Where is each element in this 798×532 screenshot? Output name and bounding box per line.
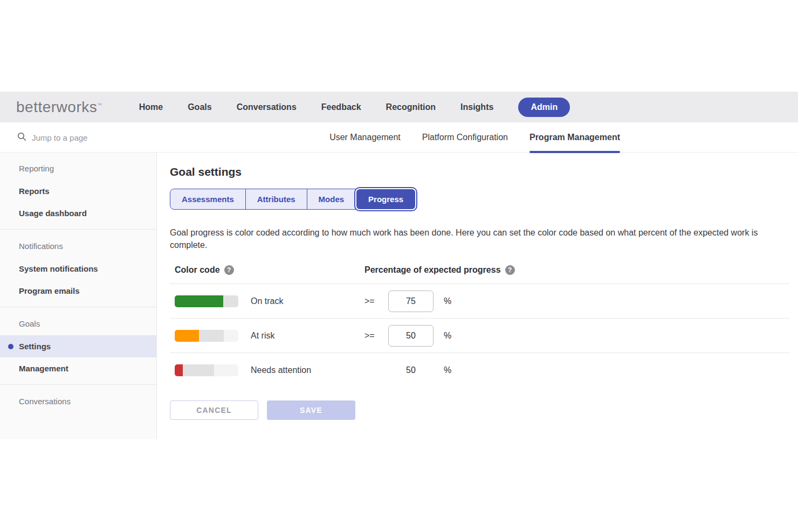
sidebar-divider bbox=[0, 384, 156, 385]
thresholds-table: Color code ? Percentage of expected prog… bbox=[170, 265, 789, 387]
top-nav: Home Goals Conversations Feedback Recogn… bbox=[139, 98, 570, 117]
percent-unit: % bbox=[434, 331, 467, 341]
at-risk-percent-input[interactable] bbox=[388, 325, 434, 347]
search-icon bbox=[17, 132, 26, 143]
logo-text: betterworks bbox=[16, 99, 97, 115]
progress-description: Goal progress is color coded according t… bbox=[170, 226, 787, 251]
admin-section-tabs: User Management Platform Configuration P… bbox=[329, 122, 620, 153]
table-row: On track >= % bbox=[170, 284, 789, 318]
sidebar: Reporting Reports Usage dashboard Notifi… bbox=[0, 153, 157, 439]
bar-colored-segment bbox=[175, 295, 223, 307]
operator: >= bbox=[364, 296, 388, 306]
table-header: Color code ? Percentage of expected prog… bbox=[170, 265, 789, 284]
bar-gray-segment bbox=[183, 364, 214, 376]
table-row: At risk >= % bbox=[170, 318, 789, 353]
on-track-percent-input[interactable] bbox=[388, 291, 434, 312]
percent-unit: % bbox=[434, 296, 467, 306]
goal-settings-tabs: Assessments Attributes Modes Progress bbox=[170, 189, 416, 210]
at-risk-color-bar bbox=[175, 330, 238, 342]
sidebar-section-reporting: Reporting bbox=[0, 157, 156, 180]
bar-gray-segment bbox=[199, 330, 224, 342]
sidebar-divider bbox=[0, 307, 156, 307]
sidebar-section-conversations: Conversations bbox=[0, 390, 156, 413]
row-label-needs-attention: Needs attention bbox=[251, 365, 364, 375]
nav-feedback[interactable]: Feedback bbox=[321, 102, 361, 112]
nav-admin-pill[interactable]: Admin bbox=[518, 98, 570, 117]
bar-gray-segment bbox=[223, 295, 238, 307]
column-percentage: Percentage of expected progress ? bbox=[364, 265, 789, 275]
sidebar-item-program-emails[interactable]: Program emails bbox=[0, 280, 156, 302]
tab-platform-configuration[interactable]: Platform Configuration bbox=[422, 122, 508, 153]
form-actions: CANCEL SAVE bbox=[170, 400, 789, 420]
nav-recognition[interactable]: Recognition bbox=[386, 102, 436, 112]
tab-modes[interactable]: Modes bbox=[307, 189, 356, 209]
needs-attention-percent-value: 50 bbox=[388, 365, 434, 375]
table-row: Needs attention 50 % bbox=[170, 353, 789, 387]
app-header: betterworks™ Home Goals Conversations Fe… bbox=[0, 92, 798, 122]
nav-insights[interactable]: Insights bbox=[460, 102, 493, 112]
needs-attention-color-bar bbox=[175, 364, 238, 376]
percentage-help-icon[interactable]: ? bbox=[505, 265, 515, 275]
tab-assessments[interactable]: Assessments bbox=[170, 189, 246, 209]
main-content: Goal settings Assessments Attributes Mod… bbox=[157, 153, 798, 420]
page-title: Goal settings bbox=[170, 165, 789, 178]
active-dot bbox=[8, 344, 13, 349]
sidebar-item-usage-dashboard[interactable]: Usage dashboard bbox=[0, 202, 156, 224]
sidebar-item-management[interactable]: Management bbox=[0, 357, 156, 379]
nav-conversations[interactable]: Conversations bbox=[237, 102, 297, 112]
tab-progress[interactable]: Progress bbox=[355, 188, 416, 210]
tab-program-management[interactable]: Program Management bbox=[529, 122, 620, 153]
betterworks-logo[interactable]: betterworks™ bbox=[16, 99, 102, 116]
on-track-color-bar bbox=[175, 295, 238, 307]
sidebar-item-settings[interactable]: Settings bbox=[0, 335, 156, 357]
row-label-on-track: On track bbox=[251, 296, 364, 306]
bar-colored-segment bbox=[175, 330, 199, 342]
trademark: ™ bbox=[97, 102, 102, 107]
search-placeholder: Jump to a page bbox=[32, 133, 87, 142]
percent-unit: % bbox=[434, 365, 467, 375]
column-color-code: Color code ? bbox=[175, 265, 364, 275]
bar-colored-segment bbox=[175, 364, 183, 376]
sub-header: Jump to a page User Management Platform … bbox=[0, 122, 798, 153]
operator: >= bbox=[364, 331, 388, 341]
sidebar-section-notifications: Notifications bbox=[0, 234, 156, 258]
sidebar-section-goals: Goals bbox=[0, 312, 156, 335]
nav-goals[interactable]: Goals bbox=[188, 102, 211, 112]
tab-user-management[interactable]: User Management bbox=[329, 122, 401, 153]
save-button[interactable]: SAVE bbox=[267, 400, 355, 420]
row-label-at-risk: At risk bbox=[251, 331, 364, 341]
sidebar-divider bbox=[0, 229, 156, 230]
nav-home[interactable]: Home bbox=[139, 102, 163, 112]
tab-attributes[interactable]: Attributes bbox=[246, 189, 307, 209]
screen: betterworks™ Home Goals Conversations Fe… bbox=[0, 0, 798, 532]
jump-to-page-search[interactable]: Jump to a page bbox=[17, 122, 87, 153]
color-code-help-icon[interactable]: ? bbox=[224, 265, 234, 275]
bar-light-segment bbox=[224, 330, 238, 342]
sidebar-item-system-notifications[interactable]: System notifications bbox=[0, 258, 156, 280]
sidebar-item-reports[interactable]: Reports bbox=[0, 180, 156, 202]
bar-light-segment bbox=[214, 364, 238, 376]
cancel-button[interactable]: CANCEL bbox=[170, 400, 258, 420]
